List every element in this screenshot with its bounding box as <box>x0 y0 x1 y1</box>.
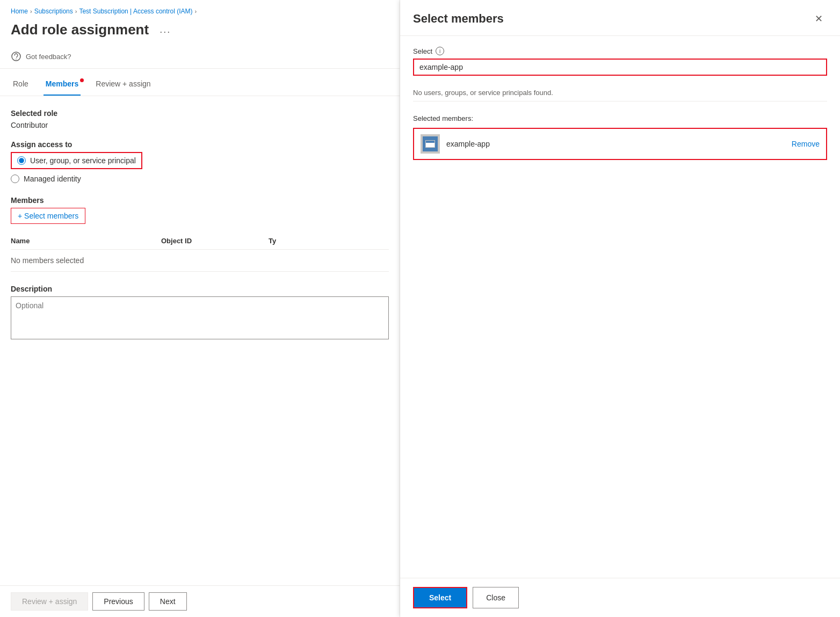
breadcrumb-home[interactable]: Home <box>11 8 28 15</box>
drawer-close-footer-button[interactable]: Close <box>473 587 519 608</box>
member-icon-inner <box>423 136 438 151</box>
radio-label-user: User, group, or service principal <box>30 156 136 165</box>
select-members-btn-text: + Select members <box>18 212 78 220</box>
selected-member-row: example-app Remove <box>413 128 827 160</box>
bottom-action-bar: Review + assign Previous Next <box>0 585 400 617</box>
col-type-header: Ty <box>269 237 389 245</box>
member-icon-window <box>425 140 435 148</box>
drawer-body: Select i example-app No users, groups, o… <box>400 36 840 578</box>
table-empty-row: No members selected <box>11 250 389 272</box>
assign-access-label: Assign access to <box>11 140 389 149</box>
radio-input-user[interactable] <box>17 156 26 165</box>
tab-members[interactable]: Members <box>44 75 81 96</box>
chevron-icon-3: › <box>195 8 197 14</box>
drawer-footer: Select Close <box>400 578 840 617</box>
breadcrumb-subscriptions[interactable]: Subscriptions <box>34 8 73 15</box>
tab-review-assign[interactable]: Review + assign <box>93 75 153 96</box>
tab-role[interactable]: Role <box>11 75 31 96</box>
chevron-icon-2: › <box>75 8 77 14</box>
description-textarea[interactable] <box>11 296 389 339</box>
search-input-value: example-app <box>414 60 468 75</box>
breadcrumb-iam[interactable]: Test Subscription | Access control (IAM) <box>79 8 192 15</box>
drawer-close-button[interactable]: ✕ <box>810 11 827 27</box>
drawer-select-button[interactable]: Select <box>413 587 467 608</box>
table-header: Name Object ID Ty <box>11 233 389 250</box>
selected-role-label: Selected role <box>11 109 389 118</box>
tabs-bar: Role Members Review + assign <box>0 69 400 96</box>
drawer-header: Select members ✕ <box>400 0 840 36</box>
search-input-box[interactable]: example-app <box>413 59 827 76</box>
radio-input-managed[interactable] <box>11 175 19 183</box>
select-members-button[interactable]: + Select members <box>11 208 85 224</box>
selected-role-value: Contributor <box>11 121 389 129</box>
radio-group: User, group, or service principal Manage… <box>11 152 389 183</box>
drawer-title: Select members <box>413 12 504 26</box>
col-name-header: Name <box>11 237 161 245</box>
members-table: Name Object ID Ty No members selected <box>11 233 389 272</box>
previous-button[interactable]: Previous <box>92 592 144 611</box>
breadcrumb: Home › Subscriptions › Test Subscription… <box>0 0 400 19</box>
description-label: Description <box>11 285 389 293</box>
remove-member-button[interactable]: Remove <box>792 140 820 148</box>
feedback-text[interactable]: Got feedback? <box>26 53 71 61</box>
more-options-icon[interactable]: ... <box>155 22 175 38</box>
review-assign-button[interactable]: Review + assign <box>11 592 88 611</box>
main-content: Selected role Contributor Assign access … <box>0 96 400 585</box>
search-label: Select i <box>413 47 827 55</box>
feedback-bar: Got feedback? <box>0 47 400 69</box>
members-section: Members + Select members Name Object ID … <box>11 196 389 272</box>
select-members-drawer: Select members ✕ Select i example-app No… <box>400 0 840 617</box>
left-panel: Home › Subscriptions › Test Subscription… <box>0 0 400 617</box>
member-name: example-app <box>446 140 785 148</box>
radio-managed-identity[interactable]: Managed identity <box>11 175 389 183</box>
page-header: Add role assignment ... <box>0 19 400 47</box>
members-dot <box>80 78 84 82</box>
chevron-icon-1: › <box>30 8 32 14</box>
radio-user-group[interactable]: User, group, or service principal <box>11 152 389 169</box>
svg-point-1 <box>16 59 17 60</box>
radio-box-user: User, group, or service principal <box>11 152 142 169</box>
page-title: Add role assignment <box>11 21 149 38</box>
selected-members-label: Selected members: <box>413 114 827 122</box>
search-input[interactable] <box>468 60 826 75</box>
feedback-icon <box>11 51 21 62</box>
description-section: Description <box>11 285 389 341</box>
close-icon: ✕ <box>815 13 823 25</box>
next-button[interactable]: Next <box>149 592 187 611</box>
members-label: Members <box>11 196 389 205</box>
search-info-icon[interactable]: i <box>436 47 444 55</box>
member-icon <box>421 134 440 154</box>
radio-label-managed: Managed identity <box>24 175 81 183</box>
no-results-text: No users, groups, or service principals … <box>413 84 827 101</box>
col-objectid-header: Object ID <box>161 237 269 245</box>
